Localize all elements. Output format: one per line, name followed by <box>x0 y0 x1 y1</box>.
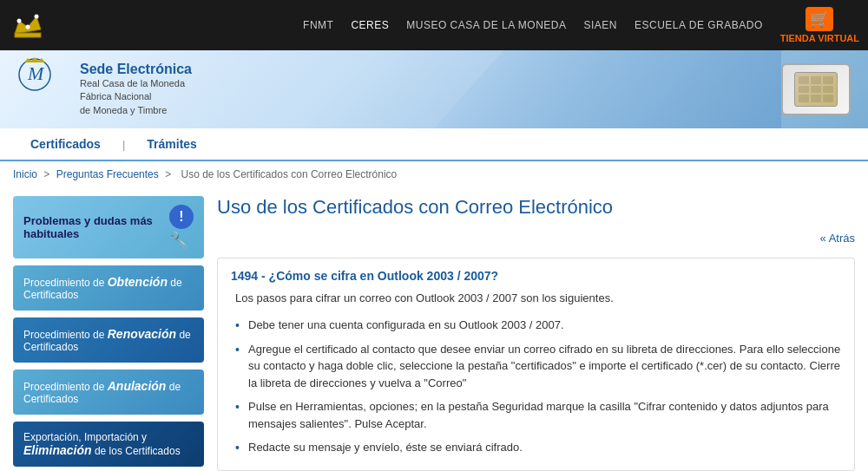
breadcrumb-current: Uso de los Certificados con Correo Elect… <box>181 168 398 180</box>
sidebar-renovacion-label: Procedimiento de Renovación de Certifica… <box>23 327 194 353</box>
breadcrumb: Inicio > Preguntas Frecuentes > Uso de l… <box>0 161 868 187</box>
question-intro: Los pasos para cifrar un correo con Outl… <box>231 291 841 304</box>
svg-rect-1 <box>15 33 41 37</box>
chip-cell <box>799 76 809 84</box>
tienda-virtual-button[interactable]: 🛒 TIENDA VIRTUAL <box>780 7 859 43</box>
back-anchor[interactable]: « Atrás <box>820 232 855 245</box>
sede-title: Sede Electrónica <box>80 62 192 77</box>
svg-point-4 <box>35 15 39 19</box>
subtitle-1: Real Casa de la Moneda <box>80 77 192 90</box>
page-title: Uso de los Certificados con Correo Elect… <box>217 196 855 223</box>
sidebar-problems-label: Problemas y dudas más habituales <box>23 214 162 240</box>
wrench-icon: 🔧 <box>169 231 194 250</box>
chip-cell <box>811 76 821 84</box>
sidebar: Problemas y dudas más habituales 🔧 Proce… <box>13 196 204 471</box>
sidebar-anulacion-label: Procedimiento de Anulación de Certificad… <box>23 379 194 405</box>
svg-marker-7 <box>24 57 45 62</box>
chip-cell <box>811 95 821 102</box>
chip-cell <box>823 76 833 84</box>
main-navigation-tabs: Certificados | Trámites <box>0 128 868 161</box>
top-nav: FNMT CERES MUSEO CASA DE LA MONEDA SIAEN… <box>303 7 859 43</box>
chip-cell <box>823 86 833 94</box>
breadcrumb-inicio[interactable]: Inicio <box>13 168 37 180</box>
cart-icon: 🛒 <box>806 7 833 31</box>
site-header: M Sede Electrónica Real Casa de la Moned… <box>0 50 868 128</box>
crown-logo <box>9 6 47 44</box>
nav-ceres[interactable]: CERES <box>351 19 389 31</box>
tab-separator: | <box>118 128 129 160</box>
top-navigation-bar: FNMT CERES MUSEO CASA DE LA MONEDA SIAEN… <box>0 0 868 50</box>
nav-escuela[interactable]: ESCUELA DE GRABADO <box>635 19 763 31</box>
chip-inner <box>794 72 838 107</box>
sidebar-export-label: Exportación, Importación y Eliminación d… <box>23 431 194 457</box>
bullet-list: Debe tener una cuenta configurada en su … <box>231 313 841 460</box>
sidebar-item-anulacion[interactable]: Procedimiento de Anulación de Certificad… <box>13 370 204 415</box>
question-block: 1494 - ¿Cómo se cifra en Outlook 2003 / … <box>217 258 855 471</box>
chip-cell <box>811 86 821 94</box>
m-logo: M <box>17 57 69 121</box>
subtitle-3: de Moneda y Timbre <box>80 104 192 117</box>
question-title: 1494 - ¿Cómo se cifra en Outlook 2003 / … <box>231 269 841 283</box>
header-text-block: Sede Electrónica Real Casa de la Moneda … <box>80 62 192 117</box>
nav-siaen[interactable]: SIAEN <box>584 19 618 31</box>
breadcrumb-sep1: > <box>43 168 49 180</box>
svg-point-3 <box>26 25 30 29</box>
sidebar-item-problems[interactable]: Problemas y dudas más habituales 🔧 <box>13 196 204 258</box>
header-branding: M Sede Electrónica Real Casa de la Moned… <box>17 57 192 121</box>
tab-certificados[interactable]: Certificados <box>13 128 118 161</box>
sidebar-obtencion-label: Procedimiento de Obtención de Certificad… <box>23 275 194 301</box>
chip-cell <box>799 86 809 94</box>
smart-card-chip <box>781 63 851 115</box>
svg-text:M: M <box>27 62 45 84</box>
subtitle-2: Fábrica Nacional <box>80 90 192 103</box>
sidebar-item-export[interactable]: Exportación, Importación y Eliminación d… <box>13 422 204 467</box>
list-item: Debe tener una cuenta configurada en su … <box>231 313 841 337</box>
logo-area <box>9 6 47 44</box>
back-link[interactable]: « Atrás <box>217 232 855 245</box>
crown-icon <box>10 8 45 43</box>
main-layout: Problemas y dudas más habituales 🔧 Proce… <box>0 187 868 471</box>
sidebar-item-obtencion[interactable]: Procedimiento de Obtención de Certificad… <box>13 265 204 311</box>
list-item: Redacte su mensaje y envíelo, éste se en… <box>231 435 841 460</box>
chip-cell <box>823 95 833 102</box>
nav-fnmt[interactable]: FNMT <box>303 19 333 31</box>
moneda-logo-svg: M <box>17 57 69 114</box>
tab-tramites[interactable]: Trámites <box>129 128 214 161</box>
breadcrumb-preguntas[interactable]: Preguntas Frecuentes <box>56 168 159 180</box>
chip-cell <box>799 95 809 102</box>
sidebar-item-renovacion[interactable]: Procedimiento de Renovación de Certifica… <box>13 317 204 363</box>
breadcrumb-sep2: > <box>165 168 171 180</box>
svg-point-2 <box>17 19 22 23</box>
list-item: Agregue el certificado al contacto que d… <box>231 337 841 396</box>
list-item: Pulse en Herramientas, opciones; en la p… <box>231 395 841 435</box>
main-content: Uso de los Certificados con Correo Elect… <box>217 196 855 471</box>
nav-museo[interactable]: MUSEO CASA DE LA MONEDA <box>406 19 566 31</box>
warning-icon <box>169 205 194 229</box>
